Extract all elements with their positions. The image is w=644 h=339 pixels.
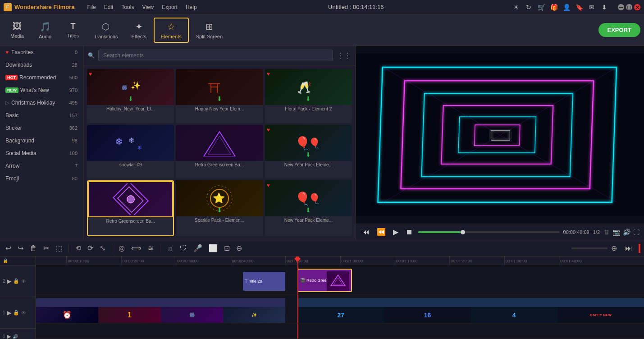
zoom-slider[interactable] — [571, 247, 607, 249]
retro-greenscreen-clip[interactable]: 🎬 Retro Greenscreen B... — [297, 269, 352, 292]
close-button[interactable]: ✕ — [634, 4, 640, 10]
zoom-plus-button[interactable]: ⊕ — [609, 243, 619, 253]
stop-button[interactable]: ⏹ — [404, 227, 415, 237]
camera-icon[interactable]: 📷 — [612, 229, 620, 236]
menu-help[interactable]: Help — [182, 3, 201, 11]
toolbar-titles[interactable]: T Titles — [59, 19, 87, 41]
playhead[interactable] — [297, 257, 298, 265]
menu-file[interactable]: File — [83, 3, 99, 11]
mail-icon[interactable]: ✉ — [587, 3, 596, 12]
element-card-floral-pack[interactable]: ♥ 🥂 ⬇ Floral Pack - Element 2 — [265, 69, 352, 123]
sidebar-item-recommended[interactable]: HOT Recommended 500 — [0, 71, 83, 84]
track2-body[interactable]: T Title 28 🎬 Retro Greenscreen B... — [36, 265, 644, 295]
redo2-button[interactable]: ⟳ — [86, 243, 95, 253]
element-card-happy-new-year[interactable]: ⛩ ⬇ Happy New Year Elem... — [176, 69, 263, 123]
audio-track-body[interactable] — [36, 324, 644, 339]
timeline: ↩ ↪ 🗑 ✂ ⬚ ⟲ ⟳ ⤡ ◎ ⟺ ≋ ☼ 🛡 🎤 ⬜ ⊡ ⊖ ⊕ ⏭ 🔒 — [0, 240, 644, 339]
toolbar-effects[interactable]: ✦ Effects — [125, 18, 152, 42]
undo2-button[interactable]: ⟲ — [73, 243, 83, 253]
sidebar-item-basic[interactable]: Basic 157 — [0, 109, 83, 122]
delete-button[interactable]: 🗑 — [28, 243, 39, 253]
happy-new-year-clip[interactable]: ▶ happy new year 2022 ⏰ 1 🎆 ✨ — [36, 298, 285, 323]
frame-back-button[interactable]: ⏪ — [375, 227, 388, 237]
monitor-icon[interactable]: 🖥 — [603, 229, 610, 236]
skip-back-button[interactable]: ⏮ — [361, 227, 371, 237]
download-arrow-icon: ⬇ — [306, 206, 311, 214]
sidebar-item-arrow[interactable]: Arrow 7 — [0, 160, 83, 172]
audio-waves-button[interactable]: ≋ — [146, 243, 155, 253]
play-button[interactable]: ▶ — [391, 227, 400, 237]
effects-icon: ✦ — [135, 21, 143, 32]
brightness-button[interactable]: ☼ — [165, 243, 175, 253]
sidebar-item-whats-new[interactable]: NEW What's New 970 — [0, 84, 83, 96]
menu-export[interactable]: Export — [158, 3, 181, 11]
resize-button[interactable]: ⤡ — [98, 243, 107, 253]
mic-button[interactable]: 🎤 — [192, 243, 204, 253]
track1-eye[interactable]: 👁 — [21, 310, 26, 316]
cut-button[interactable]: ✂ — [41, 243, 51, 253]
element-card-holiday-new-year[interactable]: ♥ 🎆 ✨ ⬇ Holiday_New_Year_El... — [87, 69, 174, 123]
split-button[interactable]: ⟺ — [129, 243, 143, 253]
sidebar-item-downloads[interactable]: Downloads 28 — [0, 59, 83, 71]
toolbar-elements[interactable]: ☆ Elements — [154, 18, 189, 43]
fullscreen-icon[interactable]: ⛶ — [633, 229, 639, 236]
clip-thumbnail — [327, 271, 349, 291]
menu-view[interactable]: View — [138, 3, 157, 11]
track1-body[interactable]: ▶ happy new year 2022 ⏰ 1 🎆 ✨ ▶ new year… — [36, 294, 644, 324]
track2-eye[interactable]: 👁 — [21, 279, 26, 284]
mosaic-button[interactable]: ⊡ — [222, 243, 232, 253]
export-button[interactable]: EXPORT — [598, 23, 640, 37]
element-label: Retro Greenscreen Ba... — [176, 161, 263, 169]
cart-icon[interactable]: 🛒 — [537, 3, 546, 12]
sidebar-item-emoji[interactable]: Emoji 80 — [0, 172, 83, 185]
menu-edit[interactable]: Edit — [100, 3, 117, 11]
element-card-retro-greenscreen[interactable]: Retro Greenscreen Ba... — [176, 125, 263, 179]
user-icon[interactable]: 👤 — [562, 3, 571, 12]
sidebar-item-social-media[interactable]: Social Media 100 — [0, 147, 83, 160]
svg-text:🎈: 🎈 — [308, 137, 321, 149]
element-card-sparkle-pack[interactable]: ⭐ ⬇ Sparkle Pack - Elemen... — [176, 180, 263, 236]
sidebar-item-christmas-holiday[interactable]: ▷ Christmas Holiday 495 — [0, 96, 83, 109]
crop-button[interactable]: ⬚ — [54, 243, 64, 253]
background-label: Background — [5, 137, 72, 144]
maximize-button[interactable]: □ — [626, 4, 632, 10]
search-input[interactable] — [98, 50, 333, 61]
title-28-clip[interactable]: T Title 28 — [243, 272, 285, 291]
download-icon[interactable]: ⬇ — [600, 3, 609, 12]
timeline-end-button[interactable]: ⏭ — [623, 243, 634, 253]
element-label: Retro Greenscreen Ba... — [88, 217, 173, 225]
element-card-new-year-pack1[interactable]: ♥ 🎈 🎈 ⬇ New Year Pack Eleme... — [265, 125, 352, 179]
heart-fav-icon: ♥ — [89, 71, 92, 77]
sync-icon[interactable]: ↻ — [524, 3, 533, 12]
toolbar-audio[interactable]: 🎵 Audio — [32, 18, 59, 42]
new-year-countdown-clip[interactable]: ▶ new year countdown 27 16 4 HAPPY NEW — [297, 298, 644, 323]
menu-tools[interactable]: Tools — [118, 3, 137, 11]
sidebar-item-favorites[interactable]: ♥ Favorites 0 — [0, 46, 83, 59]
mark-button[interactable]: ◎ — [117, 243, 127, 253]
text2-button[interactable]: ⬜ — [207, 243, 219, 253]
element-card-retro-greenscreen-selected[interactable]: Retro Greenscreen Ba... — [87, 180, 174, 236]
toolbar-split-screen[interactable]: ⊞ Split Screen — [190, 18, 229, 42]
count-thumb4: HAPPY NEW — [557, 307, 644, 323]
minus-button[interactable]: ⊖ — [234, 243, 244, 253]
bookmark-icon[interactable]: 🔖 — [575, 3, 584, 12]
sun-icon[interactable]: ☀ — [512, 3, 521, 12]
progress-bar[interactable] — [418, 231, 560, 233]
element-card-new-year-pack2[interactable]: ♥ 🎈 🎈 ⬇ New Year Pack Eleme... — [265, 180, 352, 236]
gift-icon[interactable]: 🎁 — [549, 3, 558, 12]
toolbar-transitions[interactable]: ⬡ Transitions — [87, 18, 124, 42]
sidebar-item-background[interactable]: Background 98 — [0, 134, 83, 147]
minimize-button[interactable]: ─ — [618, 4, 624, 10]
track1-lock[interactable]: 🔒 — [13, 310, 19, 316]
toolbar-media[interactable]: 🖼 Media — [4, 18, 31, 41]
shield-button[interactable]: 🛡 — [178, 243, 189, 253]
menu-bar: File Edit Tools View Export Help — [83, 3, 200, 11]
track2-lock[interactable]: 🔒 — [13, 278, 19, 284]
sidebar-item-sticker[interactable]: Sticker 362 — [0, 122, 83, 134]
redo-button[interactable]: ↪ — [16, 243, 25, 253]
app-logo: F Wondershare Filmora — [4, 3, 74, 11]
undo-button[interactable]: ↩ — [4, 243, 13, 253]
element-card-snowfall[interactable]: ❄ ❄ ❄ snowfall 09 — [87, 125, 174, 179]
grid-view-icon[interactable]: ⋮⋮ — [337, 51, 351, 60]
volume-icon[interactable]: 🔊 — [623, 229, 630, 236]
